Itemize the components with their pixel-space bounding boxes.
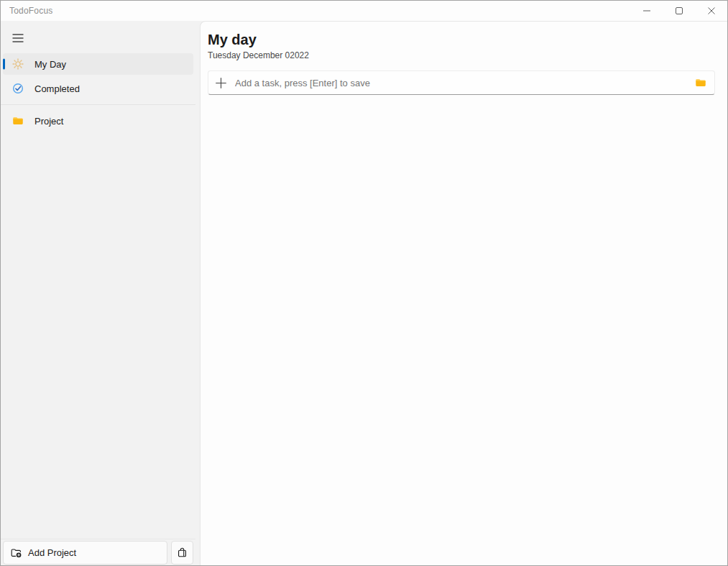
folder-plus-icon — [10, 547, 22, 559]
window-body: My Day Completed — [1, 21, 727, 565]
page-date: Tuesday December 02022 — [208, 50, 715, 60]
folder-icon — [11, 114, 24, 127]
sidebar-item-project[interactable]: Project — [3, 110, 193, 132]
hamburger-icon — [12, 33, 24, 43]
task-folder-icon[interactable] — [694, 76, 707, 89]
content-area: My day Tuesday December 02022 — [195, 21, 727, 565]
app-title: TodoFocus — [1, 6, 53, 16]
maximize-icon — [675, 6, 683, 15]
sidebar-divider — [1, 104, 195, 105]
sidebar-item-label: Completed — [34, 83, 80, 94]
project-list: Project — [1, 110, 195, 132]
sun-icon — [11, 58, 24, 70]
minimize-icon — [642, 6, 651, 15]
selection-accent-bar — [3, 59, 5, 70]
add-project-label: Add Project — [28, 547, 76, 558]
close-button[interactable] — [695, 1, 727, 21]
maximize-button[interactable] — [663, 1, 695, 21]
app-window: TodoFocus — [0, 0, 728, 566]
check-circle-icon — [11, 82, 24, 95]
bag-button[interactable] — [171, 541, 193, 565]
page-title: My day — [208, 31, 715, 48]
shopping-bag-icon — [176, 547, 188, 559]
close-icon — [707, 6, 716, 15]
sidebar-footer: Add Project — [1, 539, 195, 565]
add-task-row — [208, 70, 715, 95]
sidebar-item-completed[interactable]: Completed — [3, 78, 193, 99]
titlebar: TodoFocus — [1, 1, 727, 21]
sidebar-item-my-day[interactable]: My Day — [3, 53, 193, 75]
add-task-input[interactable] — [235, 78, 687, 88]
plus-icon — [214, 76, 228, 90]
sidebar-item-label: Project — [34, 116, 63, 127]
content-card: My day Tuesday December 02022 — [200, 21, 727, 565]
sidebar: My Day Completed — [1, 21, 195, 565]
hamburger-menu-button[interactable] — [4, 26, 32, 50]
sidebar-nav: My Day Completed — [1, 53, 195, 99]
minimize-button[interactable] — [630, 1, 663, 21]
add-project-button[interactable]: Add Project — [3, 541, 167, 565]
sidebar-item-label: My Day — [34, 59, 66, 70]
